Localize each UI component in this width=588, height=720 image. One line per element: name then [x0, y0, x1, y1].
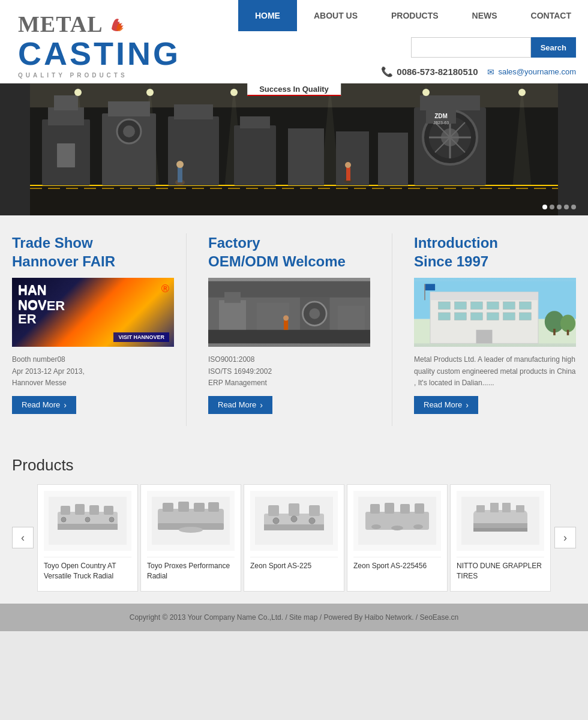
svg-rect-35 [178, 167, 182, 182]
svg-point-61 [283, 316, 289, 321]
svg-rect-65 [430, 292, 538, 301]
banner-label: Success In Quality [247, 83, 341, 96]
svg-point-83 [560, 315, 575, 332]
col-3-text: Metal Products Ltd. A leader of manufact… [414, 354, 576, 389]
content-columns: Trade ShowHannover FAIR HANNOVER ® VISIT… [0, 215, 588, 444]
svg-rect-76 [503, 313, 515, 320]
svg-rect-91 [58, 524, 118, 530]
svg-point-93 [85, 517, 90, 522]
svg-point-39 [345, 162, 351, 168]
product-image-5 [457, 491, 544, 551]
product-svg-4 [358, 497, 436, 545]
phone-info: 📞 0086-573-82180510 [381, 66, 478, 77]
search-button[interactable]: Search [531, 37, 576, 58]
svg-point-43 [230, 89, 238, 96]
svg-rect-75 [487, 313, 499, 320]
svg-rect-97 [163, 503, 173, 512]
svg-point-57 [309, 308, 320, 319]
product-svg-1 [49, 497, 127, 545]
svg-rect-115 [385, 503, 394, 514]
svg-rect-114 [370, 504, 380, 514]
svg-rect-106 [289, 503, 299, 516]
svg-point-46 [518, 89, 526, 96]
svg-point-92 [61, 517, 66, 522]
col-3-read-more[interactable]: Read More › [414, 396, 478, 414]
svg-rect-127 [473, 528, 527, 532]
svg-rect-116 [400, 504, 410, 514]
col-1-title: Trade ShowHannover FAIR [12, 233, 174, 271]
svg-rect-15 [108, 101, 150, 116]
svg-rect-89 [89, 505, 99, 515]
svg-rect-79 [424, 284, 425, 301]
product-card-3[interactable]: Zeon Sport AS-225 [244, 484, 344, 592]
product-card-4[interactable]: Zeon Sport AS-225456 [347, 484, 448, 592]
col-1-text: Booth number08 Apr 2013-12 Apr 2013, Han… [12, 354, 174, 389]
svg-rect-107 [309, 505, 320, 516]
products-title: Products [12, 456, 576, 475]
svg-rect-77 [520, 313, 532, 320]
product-image-2 [147, 491, 235, 551]
col-1-image: HANNOVER ® VISIT HANNOVER [12, 278, 174, 347]
search-input[interactable] [411, 37, 531, 58]
svg-rect-105 [268, 505, 279, 516]
svg-point-119 [391, 526, 403, 530]
svg-point-45 [422, 89, 430, 96]
carousel-prev-button[interactable]: ‹ [12, 527, 34, 548]
product-card-5[interactable]: NITTO DUNE GRAPPLER TIRES [450, 484, 551, 592]
svg-rect-122 [476, 505, 485, 512]
svg-rect-18 [168, 116, 219, 185]
product-image-3 [250, 491, 338, 551]
col-trade-show: Trade ShowHannover FAIR HANNOVER ® VISIT… [12, 233, 174, 426]
logo-metal: METAL [18, 11, 103, 37]
product-name-3: Zeon Sport AS-225 [250, 557, 338, 575]
svg-rect-67 [455, 302, 467, 310]
svg-text:ZDM: ZDM [434, 113, 448, 119]
svg-rect-24 [378, 133, 408, 185]
svg-rect-98 [178, 502, 189, 512]
email-info: ✉ sales@yourname.com [487, 67, 576, 77]
nav-products[interactable]: PRODUCTS [374, 0, 455, 31]
svg-rect-8 [30, 185, 558, 215]
footer-text: Copyright © 2013 Your Company Name Co.,L… [130, 613, 458, 622]
nav-about[interactable]: ABOUT US [297, 0, 374, 31]
products-grid: Toyo Open Country AT Versatile Truck Rad… [36, 484, 552, 592]
svg-rect-78 [476, 330, 493, 344]
nav-contact[interactable]: CONTACT [514, 0, 588, 31]
svg-rect-126 [473, 523, 527, 528]
svg-rect-99 [194, 503, 205, 512]
nav-home[interactable]: HOME [238, 0, 297, 31]
svg-text:JB23-63: JB23-63 [433, 121, 449, 125]
svg-point-36 [176, 161, 184, 168]
svg-rect-117 [415, 503, 424, 514]
col-2-read-more[interactable]: Read More › [208, 396, 272, 414]
svg-rect-80 [425, 284, 435, 291]
svg-rect-19 [174, 104, 213, 119]
logo-tagline: QUALITY PRODUCTS [18, 72, 220, 79]
col-3-title: IntroductionSince 1997 [414, 233, 576, 271]
svg-rect-82 [553, 329, 556, 335]
svg-rect-13 [57, 143, 75, 167]
product-name-1: Toyo Open Country AT Versatile Truck Rad… [44, 557, 131, 585]
svg-rect-74 [471, 313, 483, 320]
nav-news[interactable]: NEWS [455, 0, 514, 31]
products-carousel: ‹ [12, 484, 576, 592]
svg-rect-68 [471, 302, 483, 310]
visit-hannover-badge: VISIT HANNOVER [113, 332, 169, 342]
col-divider-1 [186, 233, 187, 426]
carousel-next-button[interactable]: › [554, 527, 576, 548]
svg-rect-53 [224, 292, 241, 303]
svg-point-110 [291, 516, 297, 522]
svg-rect-123 [490, 503, 499, 512]
product-card-1[interactable]: Toyo Open Country AT Versatile Truck Rad… [37, 484, 138, 592]
product-svg-5 [461, 497, 539, 545]
banner-svg: ZDM JB23-63 [0, 83, 588, 215]
col-1-read-more[interactable]: Read More › [12, 396, 76, 414]
col-2-title: FactoryOEM/ODM Welcome [208, 233, 370, 271]
svg-point-94 [109, 517, 114, 522]
svg-rect-66 [439, 302, 451, 310]
svg-rect-125 [516, 505, 524, 512]
svg-rect-88 [75, 504, 85, 515]
svg-rect-59 [208, 330, 370, 344]
logo-casting: CASTING [18, 37, 220, 70]
product-card-2[interactable]: Toyo Proxes Performance Radial [140, 484, 241, 592]
